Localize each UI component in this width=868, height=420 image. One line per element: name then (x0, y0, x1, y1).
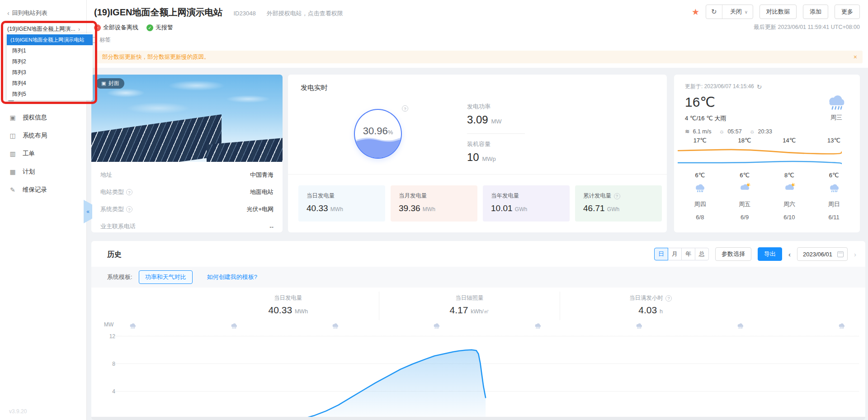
sidebar-item-work-order[interactable]: ▥ 工单 (0, 145, 86, 163)
sidebar-item-authorization[interactable]: ▣ 授权信息 (0, 109, 86, 127)
forecast-day: 周四 (678, 200, 722, 208)
more-button[interactable]: 更多 (835, 5, 860, 19)
forecast-low: 6℃ (678, 172, 722, 179)
chevron-right-icon: › (78, 26, 80, 33)
notice-link[interactable]: 部分数据更新快，部分数据更新慢的原因。 (102, 53, 210, 61)
sidebar-item-label: 计划 (23, 168, 35, 176)
help-icon[interactable]: ? (402, 105, 408, 112)
hist-stat-daily-generation: 当日发电量 40.33 MWh (198, 292, 379, 320)
refresh-icon: ↻ (711, 8, 717, 16)
power-curve (115, 329, 859, 420)
date-picker[interactable]: 2023/06/01 (797, 247, 848, 261)
divider (288, 174, 667, 175)
back-to-station-list[interactable]: ‹ 回到电站列表 (0, 0, 86, 17)
forecast-low: 8℃ (767, 172, 812, 179)
sidebar-item-label: 维保记录 (23, 186, 47, 194)
last-update-timestamp: 最后更新 2023/06/01 11:59:41 UTC+08:00 (754, 24, 860, 31)
dropdown-item[interactable]: 阵列4 (7, 78, 93, 89)
add-button[interactable]: 添加 (803, 5, 828, 19)
hist-stat-daily-irradiation: 当日辐照量 4.17 kWh/㎡ (379, 292, 560, 320)
tag-row[interactable]: 标签 (91, 36, 111, 44)
parameter-select-button[interactable]: 参数选择 (715, 247, 751, 261)
power-chart[interactable] (115, 329, 859, 420)
refresh-icon[interactable]: ↻ (757, 83, 762, 90)
cloudy-sun-icon (783, 186, 795, 193)
hist-stat-full-power-hours: 当日满发小时? 4.03 h (560, 292, 741, 320)
cover-badge[interactable]: ▣ 封面 (96, 78, 124, 89)
template-power-weather-button[interactable]: 功率和天气对比 (139, 270, 193, 284)
sidebar-item-label: 工单 (23, 150, 35, 158)
y-tick: 4 (104, 388, 115, 395)
page-title: (19)IGEN地面全额上网演示电站 (94, 6, 222, 19)
close-dropdown-button[interactable]: 关闭 ∨ (725, 5, 753, 19)
sidebar-item-plan[interactable]: ▦ 计划 (0, 163, 86, 181)
forecast-day: 周五 (722, 200, 767, 208)
divider (467, 133, 525, 134)
help-icon[interactable]: ? (126, 189, 132, 195)
dropdown-item-selected[interactable]: (19)IGEN地面全额上网演示电站 (7, 34, 93, 45)
tab-day[interactable]: 日 (654, 248, 668, 260)
auth-note-link[interactable]: 外部授权电站，点击查看权限 (267, 9, 343, 18)
sidebar-item-maintenance-record[interactable]: ✎ 维保记录 (0, 181, 86, 199)
power-label: 发电功率 (467, 103, 535, 111)
rain-cloud-icon (826, 104, 847, 111)
dropdown-item[interactable]: 阵列3 (7, 67, 93, 78)
capacity-value: 10 MWp (467, 151, 535, 164)
clipboard-icon: ▥ (9, 150, 16, 157)
realtime-generation-card: 发电实时 30.96% ? 发电功率 3.09 MW 装机容量 10 MWp 当… (288, 75, 667, 232)
info-row-address: 地址 中国青海 (100, 166, 274, 184)
forecast-high: 13℃ (811, 137, 856, 144)
calendar-icon (837, 251, 844, 257)
forecast-high: 14℃ (767, 137, 812, 144)
prev-date-arrow[interactable]: ‹ (788, 250, 791, 258)
info-row-system-type: 系统类型? 光伏+电网 (100, 201, 274, 218)
calendar-icon: ▦ (9, 168, 16, 175)
favorite-star-icon[interactable]: ★ (692, 7, 699, 17)
help-icon[interactable]: ? (614, 193, 620, 199)
forecast-day: 周六 (767, 200, 812, 208)
tab-total[interactable]: 总 (695, 248, 709, 260)
image-icon: ▣ (101, 80, 106, 86)
edit-note-icon: ✎ (9, 186, 16, 193)
header: (19)IGEN地面全额上网演示电站 ID23048 外部授权电站，点击查看权限… (87, 0, 868, 68)
capacity-ratio-gauge: 30.96% (354, 109, 402, 159)
station-selector-label: (19)IGEN地面全额上网演... (7, 25, 75, 33)
rain-cloud-icon (694, 186, 706, 193)
y-tick: 8 (104, 361, 115, 367)
weather-updated: 更新于: 2023/06/07 14:15:46 ↻ (685, 83, 849, 90)
gauge-value: 30.96% (355, 125, 401, 137)
chevron-left-icon: ‹ (7, 9, 9, 17)
today-weather: 周三 (825, 93, 848, 122)
info-row-owner-phone: 业主联系电话 -- (100, 218, 274, 232)
sidebar-menu: ▣ 授权信息 ◫ 系统布局 ▥ 工单 ▦ 计划 ✎ 维保记录 (0, 109, 86, 199)
stat-daily-generation: 当日发电量 40.33 MWh (298, 185, 385, 222)
stat-yearly-generation: 当年发电量 10.01 GWh (483, 185, 570, 222)
export-button[interactable]: 导出 (758, 247, 782, 261)
y-tick: 12 (104, 333, 115, 340)
forecast-day: 周日 (811, 200, 856, 208)
dropdown-item[interactable]: 阵列1 (7, 45, 93, 56)
info-row-station-type: 电站类型? 地面电站 (100, 184, 274, 201)
station-selector[interactable]: (19)IGEN地面全额上网演... › (7, 25, 80, 33)
tab-year[interactable]: 年 (681, 248, 695, 260)
refresh-button[interactable]: ↻ (706, 5, 722, 19)
wind-icon: ≋ (685, 128, 689, 135)
today-day: 周三 (825, 113, 848, 122)
tab-month[interactable]: 月 (668, 248, 682, 260)
help-icon[interactable]: ? (665, 295, 672, 302)
forecast-high: 18℃ (722, 137, 767, 144)
station-id: ID23048 (233, 10, 255, 17)
dropdown-item[interactable]: 阵列2 (7, 56, 93, 67)
help-icon[interactable]: ? (126, 206, 132, 212)
compare-data-button[interactable]: 对比数据 (760, 5, 797, 19)
close-icon[interactable]: × (854, 53, 857, 61)
forecast-low: 6℃ (722, 172, 767, 179)
sidebar-item-system-layout[interactable]: ◫ 系统布局 (0, 127, 86, 145)
tag-label: 标签 (99, 36, 111, 44)
next-date-arrow[interactable]: › (854, 250, 856, 258)
chart-scrollbar[interactable] (91, 417, 865, 420)
create-template-link[interactable]: 如何创建我的模板? (207, 273, 257, 281)
stat-total-generation: 累计发电量? 46.71 GWh (575, 185, 662, 222)
dropdown-item[interactable]: 阵列5 (7, 89, 93, 99)
sidebar-item-label: 系统布局 (23, 132, 47, 140)
